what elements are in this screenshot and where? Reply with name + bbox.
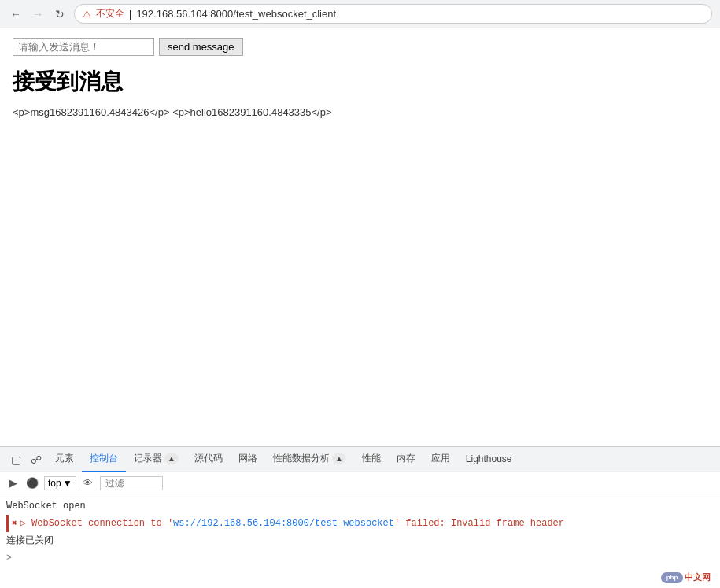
url-separator: | <box>129 8 131 20</box>
address-bar: ⚠ 不安全 | 192.168.56.104:8000/test_websock… <box>74 4 712 24</box>
message-input[interactable] <box>13 38 154 56</box>
message-form: send message <box>13 38 707 56</box>
back-button[interactable]: ← <box>8 6 24 22</box>
forward-button[interactable]: → <box>30 6 46 22</box>
received-heading: 接受到消息 <box>13 67 707 97</box>
page-content: send message 接受到消息 <p>msg1682391160.4843… <box>0 28 720 446</box>
message-body: <p>msg1682391160.4843426</p> <p>hello168… <box>13 105 707 121</box>
browser-chrome: ← → ↻ ⚠ 不安全 | 192.168.56.104:8000/test_w… <box>0 0 720 28</box>
url-display: 192.168.56.104:8000/test_websocket_clien… <box>136 8 336 20</box>
reload-button[interactable]: ↻ <box>52 6 68 22</box>
send-button[interactable]: send message <box>159 38 243 56</box>
security-label: 不安全 <box>96 7 124 20</box>
security-warning-icon: ⚠ <box>83 9 91 20</box>
